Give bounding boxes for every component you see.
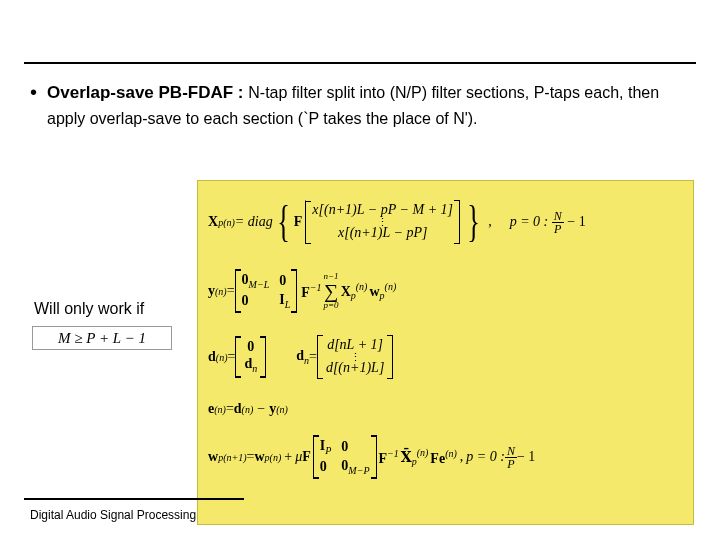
- sup-w: (n+1): [223, 452, 246, 463]
- m-bl: 0: [242, 293, 270, 309]
- w-Fe-sup: (n): [445, 448, 457, 459]
- sup-y: (n): [215, 286, 227, 297]
- sym-mu: μ: [295, 449, 302, 465]
- m-tl: 0: [242, 272, 249, 287]
- sub-wp: p: [380, 290, 385, 301]
- formula-panel: Xp(n) = diag { F x[(n+1)L − pP − M + 1] …: [197, 180, 694, 525]
- sym-Xp: X: [341, 283, 351, 298]
- condition-formula: M ≥ P + L − 1: [32, 326, 172, 350]
- sup-n: (n): [223, 217, 235, 228]
- brace-l: {: [277, 204, 290, 239]
- bullet-item: • Overlap-save PB-FDAF : N-tap filter sp…: [24, 80, 696, 131]
- sub-xp: p: [351, 290, 356, 301]
- d-top: 0: [247, 339, 254, 356]
- w-Fe: Fe: [430, 450, 445, 465]
- m-tr: 0: [279, 273, 290, 289]
- sup-w2: (n): [270, 452, 282, 463]
- frac-N: N: [552, 210, 564, 223]
- sup-ey: (n): [276, 404, 288, 415]
- formula-row-y: y(n) = 0M−L 0 0 IL F−1 n−1 ∑ p=0 Xp(n) w…: [208, 265, 683, 317]
- x-vdots: ⋮: [377, 219, 388, 226]
- sym-F: F: [294, 214, 303, 230]
- w-range: p = 0 :: [466, 449, 505, 465]
- sup-d: (n): [216, 352, 228, 363]
- sym-wp: w: [369, 283, 379, 298]
- w-rhs-w: w: [254, 449, 264, 465]
- title-rule: [24, 62, 696, 64]
- w-Xbar-sup: (n): [417, 447, 429, 458]
- footer-text: Digital Audio Signal Processing: [30, 508, 196, 522]
- sym-y: y: [208, 283, 215, 299]
- eq-e: =: [226, 401, 234, 417]
- w-Finv-exp: −1: [387, 448, 399, 459]
- formula-row-d: d(n) = 0 dn dn = d[nL + 1] ⋮ d[(n+1)L]: [208, 327, 683, 387]
- x-bot: x[(n+1)L − pP]: [338, 225, 427, 242]
- frac-P: P: [552, 223, 563, 235]
- sym-w: w: [208, 449, 218, 465]
- sym-X: X: [208, 214, 218, 230]
- sup-e: (n): [214, 404, 226, 415]
- d-bot-sub: n: [252, 363, 257, 374]
- comma: ,: [488, 214, 492, 230]
- footer-rule: [24, 498, 244, 500]
- w-Xbar-sub: p: [412, 456, 417, 467]
- d2-bot: d[(n+1)L]: [326, 360, 384, 377]
- sym-Finv: F: [301, 284, 310, 299]
- e-d: d: [234, 401, 242, 417]
- bullet-text: Overlap-save PB-FDAF : N-tap filter spli…: [47, 80, 690, 131]
- eq-d: =: [227, 349, 235, 365]
- w-Finv: F: [379, 450, 388, 465]
- formula-row-e: e(n) = d(n) − y(n): [208, 397, 683, 421]
- sup-wp: (n): [385, 281, 397, 292]
- m-tl-sub: M−L: [249, 279, 270, 290]
- content-area: • Overlap-save PB-FDAF : N-tap filter sp…: [24, 80, 696, 131]
- wm-tl-sub: P: [325, 445, 331, 456]
- minus: −: [257, 401, 265, 417]
- wm-br-sub: M−P: [348, 465, 369, 476]
- d-bot: d: [244, 356, 252, 371]
- w-F: F: [302, 449, 311, 465]
- sym-d: d: [208, 349, 216, 365]
- w-range-tail: − 1: [517, 449, 535, 465]
- comma-w: ,: [460, 449, 464, 465]
- sup-ed: (n): [242, 404, 254, 415]
- sup-neg1: −1: [310, 282, 322, 293]
- condition-label: Will only work if: [34, 300, 144, 318]
- bullet-lead: Overlap-save PB-FDAF :: [47, 83, 244, 102]
- eq-w: =: [247, 449, 255, 465]
- formula-row-x: Xp(n) = diag { F x[(n+1)L − pP − M + 1] …: [208, 189, 683, 255]
- w-frac-P: P: [505, 458, 516, 470]
- d2-mid: ⋮: [350, 354, 361, 361]
- m-br-sub: L: [285, 299, 291, 310]
- w-Xbar: X̄: [401, 449, 412, 464]
- w-frac-N: N: [505, 445, 517, 458]
- formula-row-w: wp(n+1) = wp(n) + μ F IP 0 0 0M−P F−1 X̄…: [208, 431, 683, 483]
- eq-diag: = diag: [235, 214, 273, 230]
- bullet-marker: •: [30, 80, 37, 131]
- sup-xp: (n): [356, 281, 368, 292]
- sum-symbol: n−1 ∑ p=0: [324, 272, 339, 310]
- eq-dn: =: [309, 349, 317, 365]
- wm-bl: 0: [320, 459, 332, 475]
- plus: +: [284, 449, 292, 465]
- e-y: y: [269, 401, 276, 417]
- range-p: p = 0 :: [510, 213, 549, 228]
- eq-y: =: [227, 283, 235, 299]
- wm-tr: 0: [341, 439, 369, 455]
- sym-dn: d: [296, 348, 304, 363]
- brace-r: }: [467, 204, 480, 239]
- sum-bot: p=0: [324, 301, 339, 310]
- range-tail: − 1: [567, 213, 585, 228]
